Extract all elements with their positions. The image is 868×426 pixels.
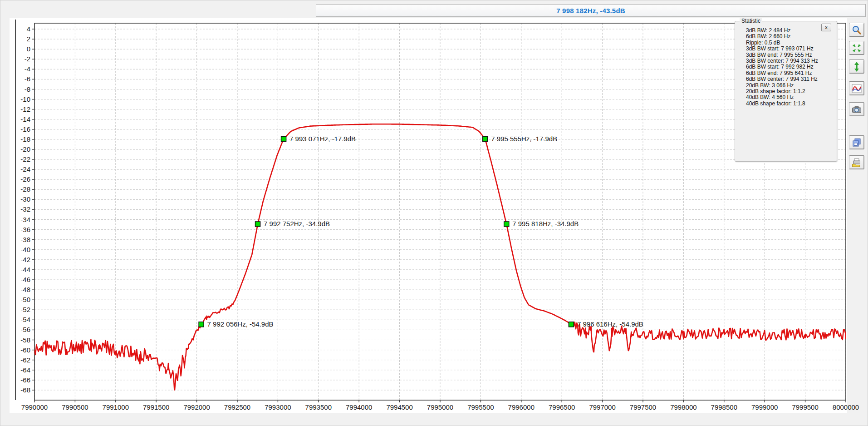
y-axis-tick-label: -52 bbox=[20, 306, 30, 313]
x-axis-tick-label: 7998000 bbox=[670, 403, 696, 411]
x-axis-tick-label: 7996500 bbox=[549, 403, 575, 411]
x-axis-tick-label: 7992500 bbox=[224, 403, 250, 411]
statistic-line: 3dB BW end: 7 995 555 Hz bbox=[746, 52, 834, 58]
statistic-line: 6dB BW start: 7 992 982 Hz bbox=[746, 64, 834, 70]
y-axis-tick-label: -2 bbox=[25, 55, 30, 63]
marker-label: 7 992 752Hz, -34.9dB bbox=[264, 220, 330, 228]
marker-square[interactable] bbox=[281, 136, 286, 141]
y-axis-tick-label: -64 bbox=[20, 366, 30, 374]
y-axis-tick-label: -44 bbox=[20, 266, 30, 273]
print-icon bbox=[851, 157, 862, 168]
x-axis-tick-label: 7990500 bbox=[62, 403, 88, 411]
marker-label: 7 995 555Hz, -17.9dB bbox=[491, 135, 557, 143]
y-axis-tick-label: -18 bbox=[20, 135, 30, 143]
x-axis-tick-label: 7991500 bbox=[143, 403, 169, 411]
statistic-panel-title: Statistic bbox=[740, 18, 762, 24]
y-axis-tick-label: -28 bbox=[20, 185, 30, 193]
x-axis-tick-label: 7998500 bbox=[711, 403, 737, 411]
y-axis-tick-label: -22 bbox=[20, 155, 30, 163]
y-axis-tick-label: -66 bbox=[20, 376, 30, 384]
y-axis-tick-label: -30 bbox=[20, 195, 30, 203]
y-axis-tick-label: -20 bbox=[20, 145, 30, 153]
vertical-fit-icon bbox=[851, 61, 862, 72]
y-axis-tick-label: -40 bbox=[20, 246, 30, 253]
chart-icon bbox=[851, 83, 862, 94]
y-axis-tick-label: -38 bbox=[20, 236, 30, 243]
y-axis-tick-label: -48 bbox=[20, 286, 30, 293]
statistic-line: 3dB BW start: 7 993 071 Hz bbox=[746, 46, 834, 52]
y-axis-tick-label: -16 bbox=[20, 125, 30, 133]
copy-save-button[interactable] bbox=[849, 135, 864, 149]
y-axis-tick-label: -50 bbox=[20, 296, 30, 303]
y-axis-tick-label: -42 bbox=[20, 256, 30, 263]
marker-square[interactable] bbox=[199, 322, 204, 327]
y-axis-tick-label: -60 bbox=[20, 346, 30, 354]
y-axis-tick-label: -8 bbox=[25, 85, 30, 93]
x-axis-tick-label: 7993000 bbox=[265, 403, 291, 411]
statistic-line: 40dB shape factor: 1:1.8 bbox=[746, 101, 834, 107]
x-axis-tick-label: 7990000 bbox=[21, 403, 48, 411]
x-axis-tick-label: 7991000 bbox=[103, 403, 129, 411]
x-axis-tick-label: 7997500 bbox=[630, 403, 656, 411]
x-axis-tick-label: 7993500 bbox=[305, 403, 332, 411]
statistic-line: 6dB BW: 2 660 Hz bbox=[746, 34, 834, 40]
zoom-button[interactable] bbox=[849, 23, 864, 37]
y-axis-tick-label: -46 bbox=[20, 276, 30, 283]
y-axis-tick-label: -58 bbox=[20, 336, 30, 344]
x-axis-tick-label: 7999500 bbox=[792, 403, 818, 411]
statistic-lines: 3dB BW: 2 484 Hz6dB BW: 2 660 HzRipple: … bbox=[746, 28, 834, 107]
chart-view-button[interactable] bbox=[849, 81, 864, 95]
marker-label: 7 992 056Hz, -54.9dB bbox=[207, 320, 274, 328]
marker-square[interactable] bbox=[504, 222, 509, 227]
y-axis-tick-label: -34 bbox=[20, 216, 30, 223]
marker-square[interactable] bbox=[255, 222, 260, 227]
camera-icon bbox=[851, 104, 862, 115]
y-axis-tick-label: -24 bbox=[20, 165, 30, 173]
y-axis-tick-label: 0 bbox=[27, 45, 30, 53]
statistic-line: 20dB shape factor: 1:1.2 bbox=[746, 89, 834, 94]
y-axis-tick-label: -6 bbox=[25, 75, 30, 83]
y-axis-tick-label: 2 bbox=[27, 35, 30, 43]
zoom-fit-icon bbox=[851, 43, 862, 54]
x-axis-tick-label: 7995500 bbox=[467, 403, 494, 411]
marker-label: 7 993 071Hz, -17.9dB bbox=[289, 135, 356, 143]
magnifier-icon bbox=[851, 25, 862, 35]
y-axis-tick-label: -12 bbox=[20, 105, 30, 113]
statistic-panel: Statistic x 3dB BW: 2 484 Hz6dB BW: 2 66… bbox=[735, 21, 837, 162]
x-axis-tick-label: 7996000 bbox=[508, 403, 535, 411]
x-axis-tick-label: 7997000 bbox=[589, 403, 615, 411]
marker-label: 7 996 616Hz, -54.9dB bbox=[577, 320, 643, 328]
zoom-fit-button[interactable] bbox=[849, 41, 864, 55]
x-axis-tick-label: 7994000 bbox=[346, 403, 372, 411]
marker-label: 7 995 818Hz, -34.9dB bbox=[512, 220, 579, 228]
y-axis-tick-label: -14 bbox=[20, 115, 30, 123]
x-axis-tick-label: 7994500 bbox=[386, 403, 412, 411]
marker-square[interactable] bbox=[569, 322, 574, 327]
y-axis-tick-label: -68 bbox=[20, 386, 30, 394]
statistic-line: 20dB BW: 3 066 Hz bbox=[746, 83, 834, 89]
y-axis-tick-label: -32 bbox=[20, 205, 30, 213]
y-axis-tick-label: -62 bbox=[20, 356, 30, 364]
x-axis-tick-label: 7999000 bbox=[751, 403, 778, 411]
y-axis-tick-label: -4 bbox=[25, 65, 30, 73]
copy-icon bbox=[851, 137, 862, 148]
x-axis-tick-label: 8000000 bbox=[833, 403, 859, 411]
y-axis-tick-label: 4 bbox=[27, 25, 30, 33]
app-window: 7 998 182Hz, -43.5dB 7990000799050079910… bbox=[0, 0, 868, 426]
marker-square[interactable] bbox=[483, 136, 488, 141]
snapshot-button[interactable] bbox=[849, 102, 864, 116]
statistic-line: 6dB BW center: 7 994 311 Hz bbox=[746, 76, 834, 82]
print-export-button[interactable] bbox=[849, 155, 864, 169]
y-axis-tick-label: -26 bbox=[20, 175, 30, 183]
statistic-line: Ripple: 0.5 dB bbox=[746, 40, 834, 46]
statistic-line: 3dB BW center: 7 994 313 Hz bbox=[746, 58, 834, 64]
vertical-fit-button[interactable] bbox=[849, 59, 864, 74]
statistic-line: 6dB BW end: 7 995 641 Hz bbox=[746, 70, 834, 76]
y-axis-tick-label: -10 bbox=[20, 95, 30, 103]
y-axis-tick-label: -54 bbox=[20, 316, 30, 323]
x-axis-tick-label: 7995000 bbox=[427, 403, 453, 411]
y-axis-tick-label: -56 bbox=[20, 326, 30, 333]
statistic-line: 3dB BW: 2 484 Hz bbox=[746, 28, 834, 34]
y-axis-tick-label: -36 bbox=[20, 226, 30, 233]
x-axis-tick-label: 7992000 bbox=[183, 403, 210, 411]
